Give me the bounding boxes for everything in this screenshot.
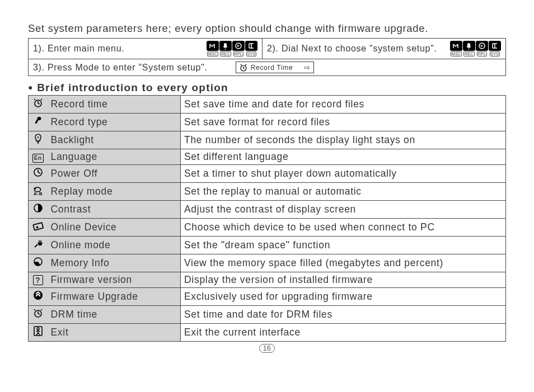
option-name: Record type: [48, 114, 181, 131]
option-desc: Exclusively used for upgrading firmware: [181, 288, 506, 306]
option-desc: Set save time and date for record files: [181, 96, 506, 114]
mode-tabs-icon: MSC REC RPL SYS: [450, 41, 501, 56]
option-name: Contrast: [48, 201, 181, 219]
option-desc: View the memory space filled (megabytes …: [181, 254, 506, 272]
clock-icon: [32, 308, 44, 319]
option-desc: Set time and date for DRM files: [181, 306, 506, 324]
option-name: Language: [48, 149, 181, 165]
version-icon: ?: [33, 275, 43, 285]
option-name: Online Device: [48, 219, 181, 237]
option-name: DRM time: [48, 306, 181, 324]
microphone-icon: [32, 115, 44, 126]
option-desc: Display the version of installed firmwar…: [181, 272, 506, 288]
section-header: ● Brief introduction to every option: [28, 82, 506, 94]
option-name: Exit: [48, 324, 181, 342]
svg-text:A-B: A-B: [34, 191, 43, 196]
clock-icon: [32, 97, 44, 108]
memory-icon: [32, 256, 44, 267]
device-icon: [32, 220, 44, 232]
step2-text: 2). Dial Next to choose "system setup".: [267, 44, 437, 54]
table-row: En Language Set different language: [29, 149, 506, 165]
table-row: Exit Exit the current interface: [29, 324, 506, 342]
table-row: Memory Info View the memory space filled…: [29, 254, 506, 272]
option-name: Replay mode: [48, 183, 181, 201]
table-row: DRM time Set time and date for DRM files: [29, 306, 506, 324]
step3-text: 3). Press Mode to enter "System setup".: [33, 63, 208, 73]
svg-point-25: [37, 328, 39, 330]
option-name: Online mode: [48, 237, 181, 254]
table-row: Record time Set save time and date for r…: [29, 96, 506, 114]
arrow-right-icon: ⇨: [304, 63, 311, 72]
table-row: ? Firmware version Display the version o…: [29, 272, 506, 288]
option-desc: The number of seconds the display light …: [181, 131, 506, 149]
table-row: Contrast Adjust the contrast of display …: [29, 201, 506, 219]
svg-rect-15: [35, 119, 39, 124]
option-name: Firmware version: [48, 272, 181, 288]
upgrade-icon: [32, 290, 44, 301]
steps-table: 1). Enter main menu. MSC REC RPL SYS 2).…: [28, 38, 506, 76]
record-time-box: Record Time ⇨: [236, 62, 314, 73]
table-row: Firmware Upgrade Exclusively used for up…: [29, 288, 506, 306]
option-desc: Choose which device to be used when conn…: [181, 219, 506, 237]
mode-tabs-icon: MSC REC RPL SYS: [207, 41, 257, 56]
option-name: Power Off: [48, 165, 181, 183]
option-desc: Exit the current interface: [181, 324, 506, 342]
option-name: Record time: [48, 96, 181, 114]
option-name: Backlight: [48, 131, 181, 149]
option-desc: Set save format for record files: [181, 114, 506, 131]
clock-icon: [240, 64, 247, 72]
contrast-icon: [32, 202, 44, 214]
option-name: Memory Info: [48, 254, 181, 272]
options-table: Record time Set save time and date for r…: [28, 95, 506, 342]
language-icon: En: [32, 154, 44, 163]
page-number: 16: [28, 343, 506, 353]
option-desc: Set a timer to shut player down automati…: [181, 165, 506, 183]
replay-icon: A-B: [32, 185, 44, 196]
step1-text: 1). Enter main menu.: [33, 44, 124, 54]
svg-rect-2: [224, 43, 227, 48]
option-desc: Adjust the contrast of display screen: [181, 201, 506, 219]
svg-point-20: [36, 226, 39, 229]
table-row: Record type Set save format for record f…: [29, 114, 506, 131]
option-desc: Set the replay to manual or automatic: [181, 183, 506, 201]
bulb-icon: [32, 133, 44, 144]
plug-icon: [32, 238, 44, 249]
option-desc: Set the "dream space" function: [181, 237, 506, 254]
svg-rect-8: [467, 43, 470, 48]
exit-icon: [32, 325, 44, 337]
table-row: Power Off Set a timer to shut player dow…: [29, 165, 506, 183]
table-row: Online Device Choose which device to be …: [29, 219, 506, 237]
table-row: A-B Replay mode Set the replay to manual…: [29, 183, 506, 201]
svg-rect-19: [33, 223, 43, 230]
option-name: Firmware Upgrade: [48, 288, 181, 306]
table-row: Online mode Set the "dream space" functi…: [29, 237, 506, 254]
intro-text: Set system parameters here; every option…: [28, 22, 506, 35]
table-row: Backlight The number of seconds the disp…: [29, 131, 506, 149]
option-desc: Set different language: [181, 149, 506, 165]
power-off-icon: [32, 167, 44, 178]
